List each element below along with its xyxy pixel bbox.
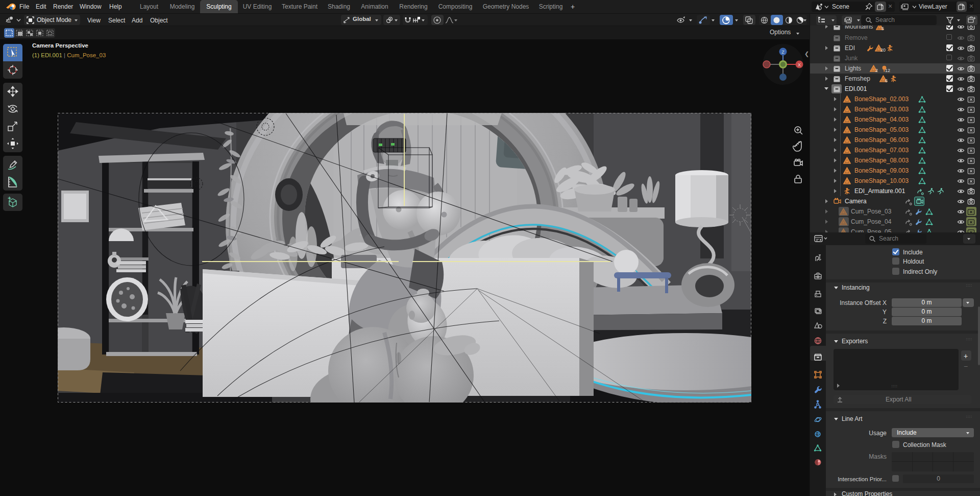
- svg-text:X: X: [798, 62, 801, 67]
- svg-text:Z: Z: [781, 50, 785, 55]
